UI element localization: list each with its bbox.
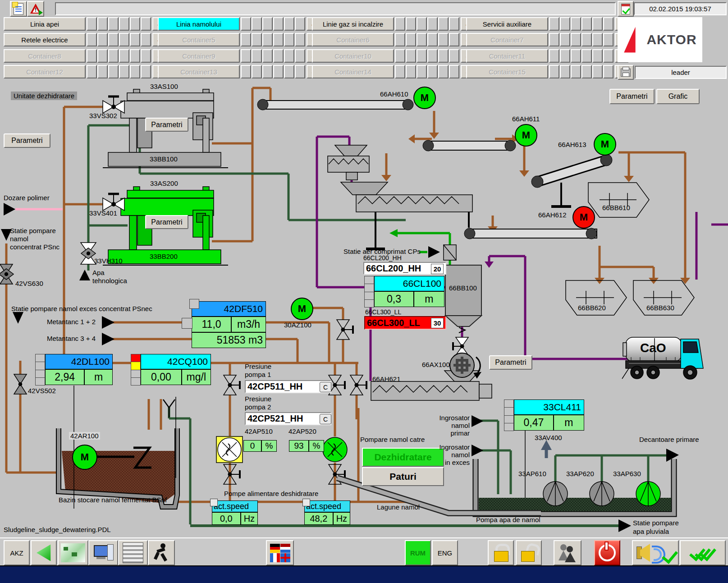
power-exit-button[interactable] [594, 540, 620, 565]
print-icon[interactable] [618, 65, 634, 80]
nav-servicii-auxiliare[interactable]: Servicii auxiliare ⇩ [466, 17, 628, 31]
grafic-button[interactable]: Grafic [656, 89, 700, 104]
parametri-silo-button[interactable]: Parametri [489, 355, 532, 370]
motor-30az100[interactable]: M [291, 298, 313, 320]
tag-33ap620: 33AP620 [566, 470, 594, 477]
valve-bypass[interactable] [350, 375, 366, 395]
users-button[interactable] [554, 540, 581, 565]
tag-42vs502: 42VS502 [28, 387, 56, 395]
nav-container15: Container15 ⇩ [466, 65, 628, 78]
server-button[interactable] [118, 540, 148, 565]
lock-button[interactable] [488, 540, 514, 565]
nav-container11: Container11 ⇩ [466, 49, 628, 63]
screen-filename: Sludgeline_sludge_dewatering.PDL [4, 526, 111, 533]
label-psnec: Statie pompare namol exces concentrat PS… [11, 305, 152, 312]
display-33cl411[interactable]: 33CL411 0,47 m [504, 399, 584, 431]
cao-truck-label: CaO [640, 341, 666, 355]
workstation-button[interactable] [88, 540, 118, 565]
paturi-button[interactable]: Paturi [362, 467, 444, 486]
valve-33vs302[interactable] [103, 96, 124, 113]
parametri-as200-button[interactable]: Parametri [145, 215, 188, 229]
rotary-valve-66ax100[interactable] [450, 353, 481, 378]
ack-all-button[interactable] [680, 540, 726, 565]
pump-33ap620[interactable] [590, 482, 614, 506]
nav-linia-apei[interactable]: Linia apei ⇩ [4, 17, 166, 31]
field-42cp511[interactable]: 42CP511_HH C [245, 380, 331, 393]
bin-66bb610 [588, 183, 649, 217]
display-actspeed-1[interactable]: act.speed 0,0 Hz [212, 500, 258, 525]
nav-container13: Container13 ⇩ [158, 65, 320, 78]
label-pompa-apa: Pompa apa de namol [476, 516, 540, 523]
akz-button[interactable]: AKZ [4, 540, 30, 565]
screw-conveyor-main [341, 182, 472, 249]
valve-pump1-in[interactable] [224, 375, 240, 395]
tag-66ah613: 66AH613 [558, 141, 586, 148]
nav-retele-electrice[interactable]: Retele electrice ⇩ [4, 33, 166, 46]
nav-linie-gaz[interactable]: Linie gaz si incalzire ⇩ [312, 17, 474, 31]
motor-42ar100-mixer[interactable]: M [72, 445, 97, 470]
motor-66ah610[interactable]: M [413, 87, 436, 109]
display-actspeed-2[interactable]: act.speed 48,2 Hz [304, 500, 350, 525]
alarm-message-bar[interactable] [55, 2, 616, 15]
actspeed1-tab [210, 499, 218, 506]
tag-66bb610: 66BB610 [602, 204, 630, 211]
language-flags-button[interactable] [266, 540, 294, 565]
field-66cl300-ll[interactable]: 66CL300_LL 30 [364, 316, 446, 330]
tag-66ah612: 66AH612 [538, 211, 567, 219]
display-42dl100[interactable]: 42DL100 2,94 m [35, 354, 113, 385]
tag-66ah610: 66AH610 [380, 90, 408, 98]
tag-66ah621: 66AH621 [372, 375, 401, 383]
valve-42vs502[interactable] [14, 374, 27, 394]
valve-pump1-out[interactable] [224, 464, 240, 484]
lang-rum-button[interactable]: RUM [405, 540, 431, 565]
scada-screen: ! 02.02.2015 19:03:57 Linia apei ⇩ Linia… [0, 0, 728, 583]
field-66cl200-hh[interactable]: 66CL200_HH 20 [363, 262, 446, 275]
label-pompe-alimentare: Pompe alimentare deshidratare [224, 490, 318, 497]
label-66cl200: 66CL200_HH [363, 254, 402, 262]
pump-33ap610[interactable] [543, 482, 568, 506]
tag-33vh310: 33VH310 [94, 257, 123, 265]
sludge-arrows [266, 101, 690, 284]
label-presiune-pompa2: Presiunepompa 2 [245, 395, 271, 411]
parametri-unit-button[interactable]: Parametri [4, 133, 50, 148]
label-66cl300: 66CL300_LL [365, 308, 401, 316]
overview-screen-button[interactable] [58, 540, 88, 565]
tag-33av400: 33AV400 [535, 434, 562, 441]
alarm-warning-icon[interactable]: ! [27, 1, 44, 17]
parametri-as100-button[interactable]: Parametri [145, 118, 188, 132]
valve-42vs630[interactable] [0, 264, 14, 284]
pump-42ap520[interactable] [323, 437, 347, 462]
motor-66ah612[interactable]: M [572, 206, 595, 229]
tag-33as200: 33AS200 [150, 179, 178, 187]
field-42cp521[interactable]: 42CP521_HH C [245, 412, 331, 425]
cp521-c-button[interactable]: C [320, 414, 331, 424]
label-bazin: Bazin stocare namol fermentat BSnf [59, 496, 167, 504]
tank-42ar100 [59, 428, 177, 507]
datetime-display: 02.02.2015 19:03:57 [634, 2, 727, 15]
parametri-top-button[interactable]: Parametri [609, 89, 655, 104]
cp511-c-button[interactable]: C [320, 382, 331, 392]
conveyor-66ah610 [257, 99, 413, 110]
unlock-button[interactable] [516, 540, 542, 565]
lang-eng-button[interactable]: ENG [432, 540, 458, 565]
valve-33vs401[interactable] [103, 194, 124, 211]
ap520-speed: 93 % [289, 440, 324, 452]
overflow-y [163, 399, 175, 418]
calendar-icon[interactable] [618, 1, 634, 17]
label-metantanc12: Metantanc 1 + 2 [47, 318, 96, 326]
df510-tab [189, 299, 199, 309]
motor-66ah611[interactable]: M [515, 124, 537, 147]
display-42cq100[interactable]: 42CQ100 0,00 mg/l [131, 354, 211, 385]
valve-33vh310[interactable] [81, 243, 96, 264]
pump-42ap510[interactable] [216, 436, 243, 463]
display-42df510[interactable]: 42DF510 11,0 m3/h 51853 m3 [192, 301, 266, 348]
nav-linia-namolului[interactable]: Linia namolului ⇩ [158, 17, 320, 31]
back-button[interactable] [31, 540, 57, 565]
display-66cl100[interactable]: 66CL100 0,3 m [364, 276, 444, 307]
alarm-list-icon[interactable] [10, 1, 27, 17]
runtime-button[interactable] [148, 540, 175, 565]
valve-suction[interactable] [337, 320, 353, 340]
horn-ack-button[interactable] [632, 540, 679, 565]
pump-33ap630[interactable] [636, 482, 660, 506]
motor-66ah613[interactable]: M [594, 133, 616, 156]
